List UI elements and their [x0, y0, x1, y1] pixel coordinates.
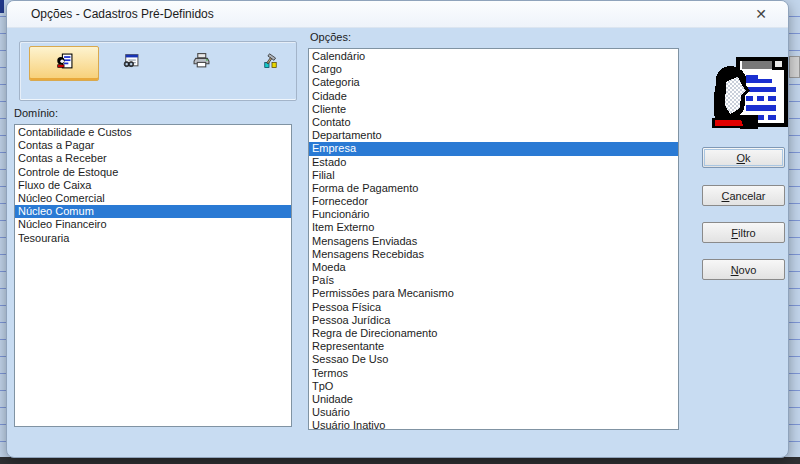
options-dialog: Opções - Cadastros Pré-Definidos ✕ — [6, 0, 789, 458]
cancel-button[interactable]: Cancelar — [702, 185, 785, 206]
cadastros-pre-definidos-icon — [56, 53, 73, 74]
list-item[interactable]: Termos — [309, 367, 678, 380]
list-item[interactable]: Contas a Pagar — [15, 139, 291, 152]
list-item[interactable]: Mensagens Enviadas — [309, 235, 678, 248]
list-item[interactable]: Núcleo Comum — [15, 205, 291, 218]
list-item[interactable]: Núcleo Financeiro — [15, 218, 291, 231]
list-item[interactable]: Representante — [309, 340, 678, 353]
list-item[interactable]: Cidade — [309, 90, 678, 103]
list-item[interactable]: Pessoa Jurídica — [309, 314, 678, 327]
list-item[interactable]: Contas a Receber — [15, 152, 291, 165]
list-item[interactable]: Forma de Pagamento — [309, 182, 678, 195]
toolbar-button-cadastros[interactable] — [29, 46, 99, 81]
printer-icon — [193, 52, 210, 73]
list-item[interactable]: Contabilidade e Custos — [15, 126, 291, 139]
titlebar[interactable]: Opções - Cadastros Pré-Definidos ✕ — [7, 1, 788, 28]
list-item[interactable]: Departamento — [309, 129, 678, 142]
toolbar-button-preview[interactable] — [96, 46, 164, 79]
list-item[interactable]: Sessao De Uso — [309, 353, 678, 366]
list-item[interactable]: Filial — [309, 169, 678, 182]
list-item[interactable]: Contato — [309, 116, 678, 129]
list-item[interactable]: Usuário Inativo — [309, 419, 678, 430]
list-item[interactable]: País — [309, 274, 678, 287]
list-item[interactable]: Núcleo Comercial — [15, 192, 291, 205]
domain-listbox[interactable]: Contabilidade e CustosContas a PagarCont… — [14, 124, 292, 427]
cadastros-dialog-icon — [712, 57, 789, 135]
new-button[interactable]: Novo — [702, 259, 785, 280]
report-preview-icon — [122, 52, 139, 73]
list-item[interactable]: Funcionário — [309, 208, 678, 221]
background-app-scroll-fragment — [789, 56, 800, 78]
list-item[interactable]: Permissões para Mecanismo — [309, 287, 678, 300]
list-item[interactable]: Calendário — [309, 50, 678, 63]
list-item[interactable]: Usuário — [309, 406, 678, 419]
list-item[interactable]: Tesouraria — [15, 232, 291, 245]
toolbar-button-tools[interactable] — [236, 46, 304, 79]
list-item[interactable]: Cliente — [309, 103, 678, 116]
list-item[interactable]: Estado — [309, 156, 678, 169]
list-item[interactable]: TpO — [309, 380, 678, 393]
list-item[interactable]: Pessoa Física — [309, 301, 678, 314]
options-label: Opções: — [310, 31, 351, 43]
list-item[interactable]: Mensagens Recebidas — [309, 248, 678, 261]
filter-button[interactable]: Filtro — [702, 222, 785, 243]
list-item[interactable]: Fornecedor — [309, 195, 678, 208]
toolbar-panel — [19, 41, 297, 101]
tools-icon — [262, 52, 279, 73]
list-item[interactable]: Empresa — [309, 142, 678, 155]
list-item[interactable]: Regra de Direcionamento — [309, 327, 678, 340]
list-item[interactable]: Categoria — [309, 76, 678, 89]
toolbar-button-print[interactable] — [167, 46, 235, 79]
list-item[interactable]: Item Externo — [309, 221, 678, 234]
ok-button[interactable]: Ok — [702, 147, 785, 168]
close-icon[interactable]: ✕ — [746, 4, 776, 24]
list-item[interactable]: Unidade — [309, 393, 678, 406]
list-item[interactable]: Moeda — [309, 261, 678, 274]
list-item[interactable]: Cargo — [309, 63, 678, 76]
background-app-icon-fragment — [0, 0, 4, 13]
list-item[interactable]: Fluxo de Caixa — [15, 179, 291, 192]
list-item[interactable]: Controle de Estoque — [15, 166, 291, 179]
options-listbox[interactable]: CalendárioCargoCategoriaCidadeClienteCon… — [308, 48, 679, 430]
domain-label: Domínio: — [14, 107, 58, 119]
window-title: Opções - Cadastros Pré-Definidos — [31, 7, 214, 21]
